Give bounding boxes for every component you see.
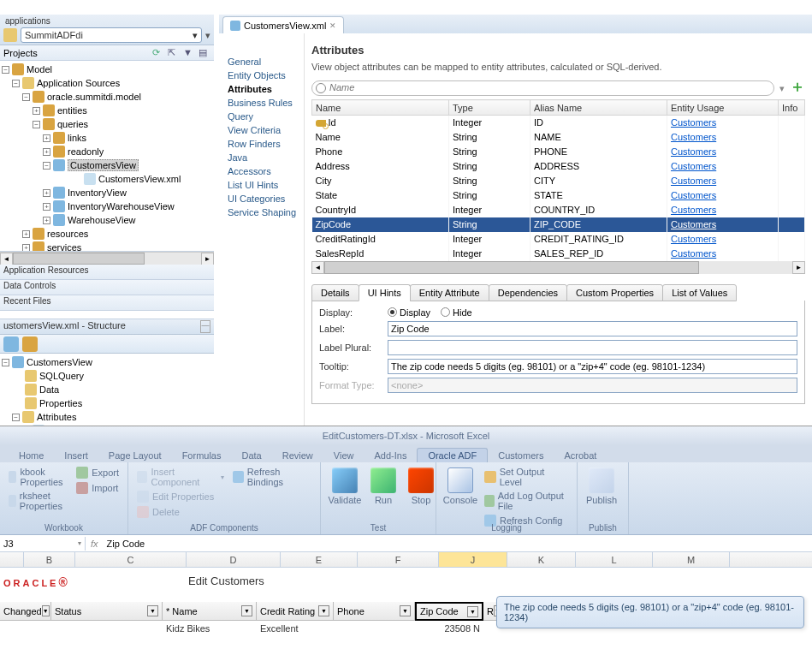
ribbon-tab[interactable]: Home	[9, 449, 54, 462]
section-item[interactable]: UI Categories	[226, 192, 300, 205]
detail-tab[interactable]: Custom Properties	[566, 284, 663, 301]
refresh-bindings-button[interactable]: Refresh Bindings	[231, 466, 313, 488]
ribbon-tab[interactable]: Page Layout	[98, 449, 172, 462]
entity-link[interactable]: Customers	[671, 146, 716, 157]
col-header[interactable]: Type	[449, 100, 530, 116]
ribbon-tab[interactable]: Acrobat	[554, 449, 607, 462]
search-input[interactable]	[311, 80, 774, 96]
table-row[interactable]: CreditRatingIdIntegerCREDIT_RATING_IDCus…	[312, 232, 805, 247]
struct-item[interactable]: Attributes	[37, 412, 76, 422]
section-item[interactable]: Java	[226, 151, 300, 164]
col-header[interactable]: Entity Usage	[667, 100, 779, 116]
cell[interactable]: Excellent	[257, 621, 334, 636]
column-header[interactable]: F	[358, 552, 439, 567]
expand-icon[interactable]: +	[43, 217, 50, 224]
hide-radio[interactable]: Hide	[441, 307, 472, 318]
tree-item[interactable]: WarehouseView	[68, 215, 136, 225]
entity-link[interactable]: Customers	[671, 132, 716, 142]
tree-item[interactable]: entities	[57, 105, 87, 116]
collapse-icon[interactable]: ⇱	[168, 47, 180, 59]
worksheet-props-button[interactable]: rksheet Properties	[7, 490, 69, 512]
expand-icon[interactable]: +	[22, 244, 30, 252]
detail-tab[interactable]: Dependencies	[489, 284, 567, 301]
recent-files-panel[interactable]: Recent Files	[0, 295, 214, 311]
expand-icon[interactable]: +	[43, 148, 50, 156]
tooltip-input[interactable]	[388, 359, 797, 374]
set-output-button[interactable]: Set Output Level	[483, 466, 570, 488]
data-column-header[interactable]: Status▼	[51, 602, 163, 621]
struct-item[interactable]: SQLQuery	[39, 371, 84, 381]
structure-tab-icon[interactable]	[3, 336, 19, 352]
expand-icon[interactable]: +	[43, 134, 50, 142]
filter-icon[interactable]: ▼	[183, 47, 195, 59]
tree-item[interactable]: oracle.summitdi.model	[47, 92, 141, 102]
section-item[interactable]: Row Finders	[226, 137, 300, 151]
add-button[interactable]: ＋	[790, 80, 805, 96]
expand-icon[interactable]: −	[43, 162, 50, 170]
export-button[interactable]: Export	[74, 466, 121, 479]
ribbon-tab[interactable]: View	[323, 449, 365, 462]
table-row[interactable]: StateStringSTATECustomers	[312, 188, 805, 203]
entity-link[interactable]: Customers	[671, 161, 716, 171]
section-item[interactable]: View Criteria	[226, 123, 300, 137]
ribbon-tab[interactable]: Oracle ADF	[417, 448, 488, 462]
detail-tab[interactable]: List of Values	[662, 284, 737, 301]
table-row[interactable]: CityStringCITYCustomers	[312, 174, 805, 188]
app-resources-panel[interactable]: Application Resources	[0, 265, 214, 280]
run-button[interactable]: Run	[367, 466, 400, 531]
section-item[interactable]: Entity Objects	[226, 68, 300, 82]
tree-item[interactable]: InventoryView	[68, 188, 127, 198]
name-box[interactable]: J3▾	[0, 537, 86, 551]
table-row[interactable]: CountryIdIntegerCOUNTRY_IDCustomers	[312, 203, 805, 217]
expand-icon[interactable]: −	[12, 80, 20, 87]
filter-icon[interactable]: ▼	[42, 605, 50, 616]
column-header[interactable]: E	[281, 552, 358, 567]
entity-link[interactable]: Customers	[671, 234, 716, 244]
cell[interactable]	[51, 621, 163, 636]
table-row[interactable]: SalesRepIdIntegerSALES_REP_IDCustomers	[312, 247, 805, 261]
tree-item[interactable]: links	[68, 133, 86, 143]
expand-icon[interactable]: +	[43, 189, 50, 197]
entity-link[interactable]: Customers	[671, 219, 716, 229]
insert-component-button[interactable]: Insert Component▾	[135, 466, 226, 488]
column-header[interactable]: L	[576, 552, 653, 567]
tree-item[interactable]: services	[47, 242, 81, 252]
scroll-right-icon[interactable]: ►	[201, 253, 214, 265]
data-column-header[interactable]: * Name▼	[163, 602, 257, 621]
cell[interactable]	[334, 621, 415, 636]
col-header[interactable]: Alias Name	[530, 100, 667, 116]
formula-bar[interactable]: Zip Code	[104, 537, 812, 551]
data-column-header[interactable]: Credit Rating▼	[257, 602, 334, 621]
ribbon-tab[interactable]: Insert	[54, 449, 98, 462]
expand-icon[interactable]: +	[43, 203, 50, 211]
edit-props-button[interactable]: Edit Properties	[135, 490, 226, 503]
filter-icon[interactable]: ▼	[147, 605, 158, 616]
search-dropdown-icon[interactable]: ▾	[779, 83, 785, 94]
entity-link[interactable]: Customers	[671, 117, 716, 128]
detail-tab[interactable]: UI Hints	[359, 284, 411, 301]
entity-link[interactable]: Customers	[671, 176, 716, 186]
cell[interactable]: Kidz Bikes	[163, 621, 257, 636]
section-item[interactable]: Query	[226, 110, 300, 123]
minimize-icon[interactable]: —	[200, 320, 210, 333]
filter-icon[interactable]: ▼	[241, 605, 252, 616]
struct-item[interactable]: CustomersView	[27, 357, 92, 367]
filter-icon[interactable]: ▼	[318, 605, 329, 616]
data-column-header[interactable]: Changed▼	[0, 602, 51, 621]
section-item[interactable]: List UI Hints	[226, 178, 300, 192]
table-row[interactable]: ZipCodeStringZIP_CODECustomers	[312, 217, 805, 232]
scroll-right-icon[interactable]: ►	[792, 261, 805, 274]
data-controls-panel[interactable]: Data Controls	[0, 280, 214, 295]
filter-icon[interactable]: ▼	[400, 605, 411, 616]
scroll-left-icon[interactable]: ◄	[0, 253, 13, 265]
ribbon-tab[interactable]: Customers	[488, 449, 554, 462]
column-header[interactable]: C	[75, 552, 187, 567]
col-header[interactable]: Name	[312, 100, 449, 116]
section-item[interactable]: Service Shaping	[226, 205, 300, 219]
column-header[interactable]: K	[507, 552, 576, 567]
ribbon-tab[interactable]: Formulas	[172, 449, 232, 462]
ribbon-tab[interactable]: Add-Ins	[364, 449, 417, 462]
toolbar-icon[interactable]: ▤	[199, 47, 210, 59]
fx-icon[interactable]: fx	[86, 539, 104, 549]
struct-item[interactable]: Properties	[39, 398, 82, 408]
